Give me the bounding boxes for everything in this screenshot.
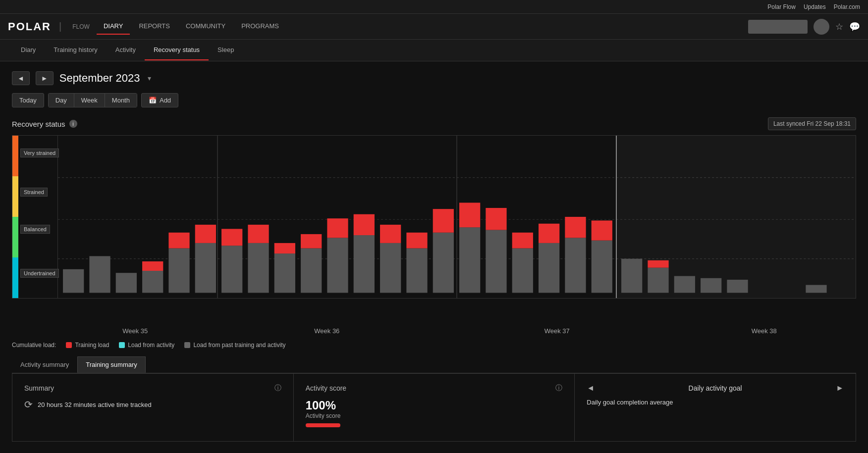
- svg-rect-52: [727, 280, 748, 293]
- week-button[interactable]: Week: [74, 94, 105, 107]
- daily-goal-avg: Daily goal completion average: [587, 399, 673, 406]
- nav-diary[interactable]: DIARY: [97, 18, 130, 35]
- svg-rect-36: [459, 202, 480, 227]
- daily-goal-title-text: Daily activity goal: [689, 384, 742, 392]
- score-value: 100%: [306, 399, 341, 412]
- goal-next-button[interactable]: ►: [836, 384, 844, 393]
- summary-card-title: Summary ⓘ: [24, 384, 281, 393]
- tab-training-summary[interactable]: Training summary: [77, 356, 146, 373]
- y-label-very-strained: Very strained: [20, 149, 59, 157]
- period-selector: Day Week Month: [48, 93, 137, 107]
- chart-wrap: Very strained Strained Balanced Undertra…: [12, 135, 856, 299]
- summary-card: Summary ⓘ ⟳ 20 hours 32 minutes active t…: [12, 374, 293, 441]
- svg-rect-48: [648, 268, 668, 293]
- week-36-label: Week 36: [212, 327, 442, 335]
- svg-rect-15: [195, 243, 216, 293]
- view-buttons: Today Day Week Month 📅 Add: [12, 93, 856, 107]
- svg-rect-45: [592, 241, 612, 293]
- activity-load-label: Load from activity: [128, 342, 174, 349]
- user-avatar[interactable]: [814, 19, 829, 35]
- subnav-diary[interactable]: Diary: [12, 40, 45, 60]
- nav-community[interactable]: COMMUNITY: [179, 18, 232, 35]
- svg-rect-8: [63, 269, 84, 293]
- activity-score-card: Activity score ⓘ 100% Activity score: [294, 374, 575, 441]
- chart-area[interactable]: F S S M T W T F S S M T W T F S S: [58, 136, 856, 298]
- svg-rect-10: [116, 273, 137, 293]
- svg-rect-24: [301, 234, 322, 249]
- svg-rect-37: [486, 230, 506, 293]
- activity-score-info-icon[interactable]: ⓘ: [555, 384, 562, 393]
- next-month-button[interactable]: ►: [36, 71, 54, 85]
- chart-legend: Cumulative load: Training load Load from…: [12, 342, 856, 349]
- recovery-info-icon[interactable]: i: [69, 120, 77, 128]
- svg-rect-11: [142, 271, 163, 293]
- prev-month-button[interactable]: ◄: [12, 71, 30, 85]
- summary-grid: Summary ⓘ ⟳ 20 hours 32 minutes active t…: [12, 373, 856, 442]
- summary-info-icon[interactable]: ⓘ: [274, 384, 281, 393]
- svg-rect-49: [648, 260, 668, 268]
- week-labels-row: Week 35 Week 36 Week 37 Week 38: [12, 327, 856, 335]
- subnav-sleep[interactable]: Sleep: [209, 40, 243, 60]
- subnav-training-history[interactable]: Training history: [45, 40, 106, 60]
- daily-goal-content: Daily goal completion average: [587, 399, 844, 406]
- svg-rect-34: [433, 209, 454, 233]
- status-color-band: [12, 136, 18, 298]
- messages-icon[interactable]: 💬: [849, 21, 860, 32]
- nav-reports[interactable]: REPORTS: [132, 18, 177, 35]
- svg-rect-31: [406, 248, 427, 293]
- top-bar: Polar Flow Updates Polar.com: [0, 0, 868, 14]
- svg-rect-25: [327, 238, 348, 293]
- svg-rect-51: [701, 278, 721, 293]
- nav-divider: |: [59, 21, 61, 32]
- month-button[interactable]: Month: [105, 94, 137, 107]
- subnav-activity[interactable]: Activity: [107, 40, 145, 60]
- subnav-recovery-status[interactable]: Recovery status: [145, 40, 209, 60]
- svg-rect-32: [406, 233, 427, 249]
- svg-rect-29: [380, 243, 401, 293]
- tab-activity-summary[interactable]: Activity summary: [12, 356, 77, 373]
- polar-flow-link[interactable]: Polar Flow: [767, 3, 796, 10]
- month-dropdown-icon[interactable]: ▾: [148, 74, 151, 82]
- svg-rect-35: [459, 227, 480, 293]
- svg-rect-21: [274, 253, 295, 293]
- legend-activity-load: Load from activity: [119, 342, 174, 349]
- svg-rect-14: [168, 233, 189, 249]
- recovery-title-row: Recovery status i: [12, 120, 77, 128]
- recovery-title-text: Recovery status: [12, 120, 65, 128]
- svg-rect-27: [354, 235, 375, 293]
- y-label-undertrained: Undertrained: [20, 269, 59, 278]
- week-35-label: Week 35: [58, 327, 212, 335]
- svg-rect-44: [565, 217, 586, 238]
- day-button[interactable]: Day: [49, 94, 74, 107]
- legend-training-load: Training load: [66, 342, 109, 349]
- updates-link[interactable]: Updates: [804, 3, 826, 10]
- svg-rect-17: [221, 246, 242, 293]
- goal-prev-button[interactable]: ◄: [587, 384, 595, 393]
- past-load-label: Load from past training and activity: [193, 342, 285, 349]
- nav-flow[interactable]: FLOW: [65, 19, 97, 34]
- nav-programs[interactable]: PROGRAMS: [234, 18, 286, 35]
- activity-score-content: 100% Activity score: [306, 399, 563, 431]
- add-button[interactable]: 📅 Add: [141, 93, 178, 107]
- add-label: Add: [160, 97, 171, 104]
- polar-com-link[interactable]: Polar.com: [834, 3, 860, 10]
- svg-rect-30: [380, 225, 401, 243]
- summary-title-text: Summary: [24, 384, 54, 392]
- favorites-icon[interactable]: ☆: [835, 21, 843, 32]
- month-title: September 2023: [59, 72, 140, 85]
- past-load-dot: [184, 342, 190, 348]
- summary-tabs: Activity summary Training summary: [12, 356, 856, 373]
- sync-tooltip: Last synced Fri 22 Sep 18:31: [768, 117, 856, 130]
- svg-rect-53: [806, 285, 826, 293]
- svg-rect-12: [142, 261, 163, 271]
- svg-rect-18: [221, 229, 242, 246]
- daily-goal-card: ◄ Daily activity goal ► Daily goal compl…: [575, 374, 856, 441]
- today-button[interactable]: Today: [12, 93, 44, 107]
- activity-tracking-icon: ⟳: [24, 399, 33, 410]
- main-nav: POLAR | FLOW DIARY REPORTS COMMUNITY PRO…: [0, 14, 868, 40]
- svg-rect-22: [274, 243, 295, 253]
- svg-rect-26: [327, 218, 348, 238]
- svg-rect-23: [301, 248, 322, 293]
- svg-rect-47: [621, 259, 642, 293]
- activity-load-dot: [119, 342, 125, 348]
